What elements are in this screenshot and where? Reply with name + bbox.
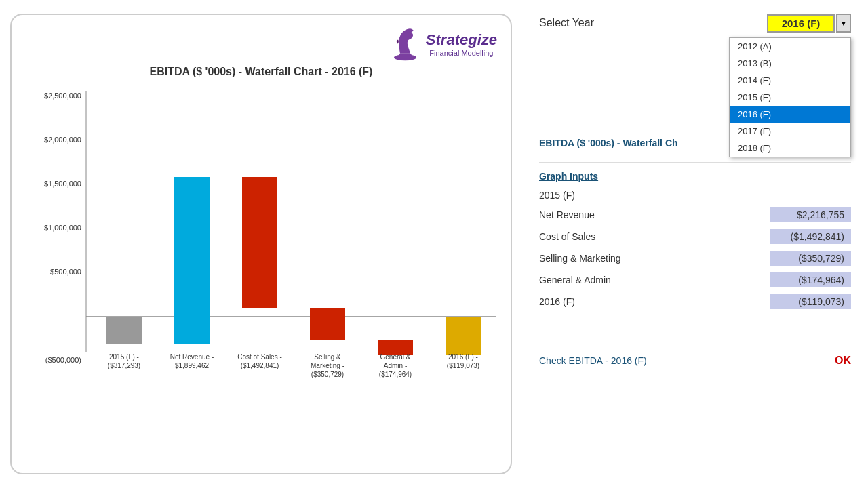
svg-text:Net Revenue -: Net Revenue - <box>170 353 214 361</box>
result-value: ($119,073) <box>770 294 851 309</box>
net-revenue-row: Net Revenue $2,216,755 <box>539 207 851 222</box>
svg-text:2015 (F) -: 2015 (F) - <box>109 353 139 361</box>
logo-name: Strategize <box>426 31 497 49</box>
dropdown-item-2015f[interactable]: 2015 (F) <box>730 89 850 106</box>
select-year-row: Select Year 2016 (F) ▼ <box>539 14 851 33</box>
svg-text:Selling &: Selling & <box>314 353 341 361</box>
chart-panel: Strategize Financial Modelling EBITDA ($… <box>0 0 522 488</box>
svg-rect-1 <box>399 54 411 59</box>
svg-text:($174,964): ($174,964) <box>379 371 412 378</box>
bar-net-revenue-below <box>174 317 210 344</box>
select-year-label: Select Year <box>539 17 594 29</box>
svg-text:2016 (F) -: 2016 (F) - <box>448 353 478 361</box>
check-label: Check EBITDA - 2016 (F) <box>539 355 647 366</box>
svg-text:$2,500,000: $2,500,000 <box>44 92 81 100</box>
svg-text:$1,000,000: $1,000,000 <box>44 224 81 232</box>
check-row: Check EBITDA - 2016 (F) OK <box>539 344 851 367</box>
result-label: 2016 (F) <box>539 296 575 307</box>
divider-2 <box>539 323 851 323</box>
svg-point-2 <box>407 32 411 36</box>
right-panel: Select Year 2016 (F) ▼ 2012 (A) 2013 (B)… <box>522 0 868 488</box>
svg-text:$1,500,000: $1,500,000 <box>44 180 81 188</box>
svg-text:Cost of Sales -: Cost of Sales - <box>237 353 282 361</box>
svg-text:($119,073): ($119,073) <box>447 362 479 369</box>
waterfall-chart: $2,500,000 $2,000,000 $1,500,000 $1,000,… <box>28 88 503 413</box>
year-value[interactable]: 2016 (F) <box>767 14 835 33</box>
chess-knight-icon <box>390 25 420 62</box>
svg-text:General &: General & <box>380 353 410 361</box>
svg-text:($500,000): ($500,000) <box>45 356 81 364</box>
dropdown-item-2016f[interactable]: 2016 (F) <box>730 106 850 123</box>
logo-text: Strategize Financial Modelling <box>426 31 497 57</box>
year-section-label: 2015 (F) <box>539 190 851 201</box>
dropdown-arrow-icon[interactable]: ▼ <box>836 14 851 33</box>
chart-title: EBITDA ($ '000s) - Waterfall Chart - 201… <box>22 66 500 78</box>
general-admin-row: General & Admin ($174,964) <box>539 272 851 287</box>
svg-text:($350,729): ($350,729) <box>311 371 344 378</box>
cost-of-sales-value: ($1,492,841) <box>770 229 851 244</box>
dropdown-item-2012a[interactable]: 2012 (A) <box>730 38 850 55</box>
svg-text:$1,899,462: $1,899,462 <box>175 362 209 369</box>
check-ok-value: OK <box>835 354 851 367</box>
svg-text:$2,000,000: $2,000,000 <box>44 136 81 144</box>
year-selector: 2016 (F) ▼ <box>767 14 851 33</box>
selling-marketing-row: Selling & Marketing ($350,729) <box>539 251 851 266</box>
graph-inputs-title: Graph Inputs <box>539 171 851 182</box>
bar-2016f <box>446 317 481 355</box>
dropdown-menu: 2012 (A) 2013 (B) 2014 (F) 2015 (F) 2016… <box>729 37 851 157</box>
net-revenue-value: $2,216,755 <box>770 207 851 222</box>
svg-text:($1,492,841): ($1,492,841) <box>241 362 279 369</box>
selling-marketing-value: ($350,729) <box>770 251 851 266</box>
dropdown-item-2018f[interactable]: 2018 (F) <box>730 140 850 157</box>
chart-logo: Strategize Financial Modelling <box>390 25 497 62</box>
divider-1 <box>539 162 851 163</box>
result-row: 2016 (F) ($119,073) <box>539 294 851 309</box>
dropdown-item-2014f[interactable]: 2014 (F) <box>730 72 850 89</box>
logo-sub: Financial Modelling <box>426 49 497 57</box>
chart-container: Strategize Financial Modelling EBITDA ($… <box>10 14 512 474</box>
bar-selling-marketing <box>310 308 345 340</box>
bar-cost-of-sales <box>242 177 277 308</box>
general-admin-label: General & Admin <box>539 274 611 285</box>
svg-text:($317,293): ($317,293) <box>108 362 140 369</box>
selling-marketing-label: Selling & Marketing <box>539 253 621 264</box>
bar-2015f <box>106 317 142 344</box>
general-admin-value: ($174,964) <box>770 272 851 287</box>
svg-text:$500,000: $500,000 <box>50 268 81 276</box>
net-revenue-label: Net Revenue <box>539 209 595 220</box>
cost-of-sales-row: Cost of Sales ($1,492,841) <box>539 229 851 244</box>
svg-text:-: - <box>79 312 81 320</box>
dropdown-item-2013b[interactable]: 2013 (B) <box>730 55 850 72</box>
svg-text:Admin -: Admin - <box>384 362 407 369</box>
dropdown-item-2017f[interactable]: 2017 (F) <box>730 123 850 140</box>
svg-text:Marketing -: Marketing - <box>311 362 344 369</box>
cost-of-sales-label: Cost of Sales <box>539 231 595 242</box>
